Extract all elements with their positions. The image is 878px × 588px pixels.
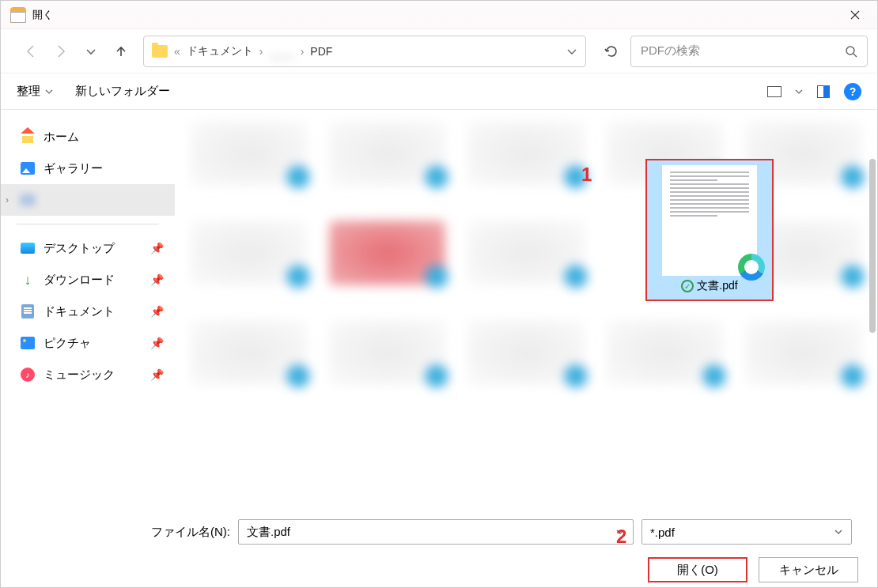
chevron-down-icon[interactable] [834,527,843,537]
sidebar-item-downloads[interactable]: ↓ ダウンロード 📌 [1,264,175,296]
file-thumbnail [662,165,757,276]
download-icon: ↓ [20,272,36,288]
pin-icon: 📌 [150,337,164,349]
window-title: 開く [32,8,842,22]
blurred-icon [20,194,36,206]
chevron-right-icon: › [6,194,9,205]
search-placeholder: PDFの検索 [641,43,845,58]
file-item-blurred[interactable] [460,314,592,401]
open-button[interactable]: 開く(O) [648,557,747,582]
chevron-right-icon: › [259,45,263,58]
file-item-blurred[interactable] [460,214,592,301]
sidebar-item-label: ドキュメント [44,304,115,319]
music-icon [21,368,35,382]
sidebar-item-label: ギャラリー [44,161,103,176]
search-input[interactable]: PDFの検索 [630,36,868,67]
footer: ファイル名(N): 文書.pdf *.pdf 開く(O) キャンセル [1,508,877,587]
sidebar-item-label: ホーム [44,130,79,145]
file-grid[interactable]: ✓ 文書.pdf [175,110,877,497]
search-icon [845,45,857,58]
close-button[interactable] [842,2,868,28]
title-bar: 開く [1,1,877,29]
pin-icon: 📌 [150,368,164,381]
breadcrumb-item-hidden[interactable]: ____ [269,45,293,58]
pictures-icon [21,337,35,349]
view-preview-button[interactable] [812,81,834,102]
nav-back-button[interactable] [17,37,45,66]
help-button[interactable]: ? [844,83,861,100]
sidebar-item-label: デスクトップ [44,241,115,256]
annotation-1: 1 [581,164,592,186]
pin-icon: 📌 [150,305,164,318]
sidebar-item-label: ダウンロード [44,273,115,288]
sidebar: ホーム ギャラリー › デスクトップ 📌 ↓ ダウンロード 📌 ドキュメント 📌 [1,110,175,497]
filename-label: ファイル名(N): [151,525,230,540]
file-item-selected[interactable]: ✓ 文書.pdf [645,159,774,301]
folder-icon [152,45,168,58]
sidebar-item-gallery[interactable]: ギャラリー [1,153,175,184]
document-icon [21,304,34,318]
file-name-label: 文書.pdf [697,279,737,293]
main-area: ホーム ギャラリー › デスクトップ 📌 ↓ ダウンロード 📌 ドキュメント 📌 [1,110,877,497]
pin-icon: 📌 [150,273,164,286]
nav-up-button[interactable] [107,37,135,66]
gallery-icon [21,162,35,175]
sidebar-item-home[interactable]: ホーム [1,121,175,153]
sidebar-item-desktop[interactable]: デスクトップ 📌 [1,232,175,264]
sidebar-item-label: ピクチャ [44,336,91,351]
organize-menu[interactable]: 整理 [17,84,53,99]
file-item-blurred[interactable] [183,115,315,202]
toolbar: 整理 新しいフォルダー ? [1,74,877,110]
sidebar-item-pictures[interactable]: ピクチャ 📌 [1,327,175,359]
file-item-blurred[interactable] [599,314,731,401]
file-item-blurred[interactable] [183,214,315,301]
breadcrumb-item[interactable]: ドキュメント [187,44,253,58]
annotation-2: 2 [616,526,626,548]
sidebar-item-music[interactable]: ミュージック 📌 [1,359,175,390]
svg-point-0 [846,47,854,55]
cancel-button[interactable]: キャンセル [759,557,858,582]
sidebar-divider [17,224,159,224]
address-bar[interactable]: « ドキュメント › ____ › PDF [143,36,586,67]
desktop-icon [21,243,35,254]
nav-forward-button[interactable] [47,37,75,66]
sidebar-item-selected-hidden[interactable]: › [1,184,175,216]
home-icon [21,130,35,143]
new-folder-button[interactable]: 新しいフォルダー [75,84,170,99]
check-icon: ✓ [681,280,694,292]
file-item-blurred[interactable] [737,314,869,401]
chevron-down-icon[interactable] [795,88,803,96]
file-item-blurred[interactable] [321,314,453,401]
breadcrumb-item[interactable]: PDF [310,45,332,58]
nav-recent-dropdown[interactable] [77,37,105,66]
file-item-blurred[interactable] [321,214,453,301]
sidebar-item-documents[interactable]: ドキュメント 📌 [1,296,175,327]
view-large-button[interactable] [763,81,785,102]
organize-label: 整理 [17,84,40,99]
edge-icon [738,254,765,281]
chevron-right-icon: › [301,45,305,58]
sidebar-item-label: ミュージック [44,368,115,383]
filename-input[interactable]: 文書.pdf [238,519,634,545]
filetype-filter[interactable]: *.pdf [641,519,852,545]
pin-icon: 📌 [150,242,164,254]
breadcrumb-root-sep: « [174,45,180,58]
navigation-row: « ドキュメント › ____ › PDF PDFの検索 [1,29,877,74]
refresh-button[interactable] [594,36,629,67]
filename-value: 文書.pdf [247,525,290,540]
app-icon [10,7,26,23]
file-item-blurred[interactable] [321,115,453,202]
chevron-down-icon [45,88,53,96]
file-item-blurred[interactable] [460,115,592,202]
chevron-down-icon[interactable] [566,46,577,57]
file-item-blurred[interactable] [183,314,315,401]
filter-value: *.pdf [650,526,675,539]
